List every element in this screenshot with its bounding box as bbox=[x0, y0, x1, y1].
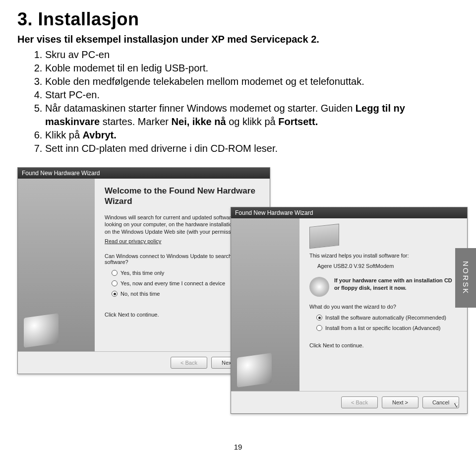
step-item: Sett inn CD-platen med driverne i din CD… bbox=[45, 142, 459, 155]
wizard-heading: Welcome to the Found New Hardware Wizard bbox=[105, 186, 260, 207]
window-title: Found New Hardware Wizard bbox=[231, 207, 467, 218]
step-text: Når datamaskinen starter finner Windows … bbox=[45, 103, 356, 114]
next-button[interactable]: Next > bbox=[382, 396, 418, 408]
step-bold: Nei, ikke nå bbox=[172, 116, 226, 127]
step-bold: Fortsett. bbox=[278, 116, 318, 127]
radio-icon bbox=[316, 315, 322, 321]
hardware-icon bbox=[309, 224, 339, 249]
wizard-sidebar-icon bbox=[237, 353, 272, 388]
cd-hint-row: If your hardware came with an installati… bbox=[309, 277, 457, 297]
section-subheading: Her vises til eksempel installasjon unde… bbox=[17, 34, 459, 45]
step-text: Klikk på bbox=[45, 130, 83, 140]
step-text: Sett inn CD-platen med driverne i din CD… bbox=[45, 143, 278, 154]
radio-icon bbox=[112, 291, 118, 297]
device-name: Agere USB2.0 V.92 SoftModem bbox=[317, 262, 457, 270]
wizard-window-2: Found New Hardware Wizard This wizard he… bbox=[231, 207, 468, 414]
step-item: Koble den medfølgende telekabelen mellom… bbox=[45, 75, 459, 88]
radio-icon bbox=[112, 270, 118, 276]
click-next-hint: Click Next to continue. bbox=[309, 342, 457, 349]
step-text: Start PC-en. bbox=[45, 89, 100, 100]
radio-group: Install the software automatically (Reco… bbox=[316, 313, 457, 333]
wizard-sidebar bbox=[18, 179, 95, 351]
radio-label: No, not this time bbox=[120, 289, 160, 299]
back-button[interactable]: < Back bbox=[341, 396, 378, 408]
section-heading: 3. Installasjon bbox=[17, 9, 459, 30]
step-text: og klikk på bbox=[226, 116, 279, 127]
step-list: Skru av PC-en Koble modemet til en ledig… bbox=[17, 48, 459, 155]
page-number: 19 bbox=[234, 443, 242, 451]
wizard-footer: < Back Next > Cancel bbox=[231, 391, 467, 413]
wizard-sidebar-icon bbox=[24, 313, 59, 348]
language-tab: NORSK bbox=[455, 248, 476, 308]
step-item: Klikk på Avbryt. bbox=[45, 129, 459, 142]
radio-option[interactable]: Install the software automatically (Reco… bbox=[316, 313, 457, 323]
radio-icon bbox=[316, 325, 322, 331]
step-item: Start PC-en. bbox=[45, 88, 459, 102]
cancel-button[interactable]: Cancel bbox=[422, 396, 459, 408]
cd-icon bbox=[309, 277, 329, 297]
step-text: Skru av PC-en bbox=[45, 49, 110, 60]
step-item: Koble modemet til en ledig USB-port. bbox=[45, 62, 459, 75]
step-text: Koble den medfølgende telekabelen mellom… bbox=[45, 76, 364, 87]
radio-option[interactable]: Install from a list or specific location… bbox=[316, 323, 457, 333]
step-bold: Avbryt. bbox=[83, 130, 117, 140]
step-text: Koble modemet til en ledig USB-port. bbox=[45, 63, 208, 73]
step-item: Skru av PC-en bbox=[45, 48, 459, 62]
wizard-question: What do you want the wizard to do? bbox=[309, 304, 457, 310]
step-text: startes. Marker bbox=[100, 116, 171, 127]
screenshot-area: Found New Hardware Wizard Welcome to the… bbox=[17, 167, 459, 425]
cd-hint-text: If your hardware came with an installati… bbox=[334, 277, 457, 292]
wizard-sidebar bbox=[231, 218, 299, 391]
wizard-desc: This wizard helps you install software f… bbox=[309, 252, 457, 260]
radio-label: Install from a list or specific location… bbox=[325, 323, 440, 333]
radio-label: Yes, this time only bbox=[120, 268, 164, 278]
back-button[interactable]: < Back bbox=[171, 357, 207, 369]
radio-label: Yes, now and every time I connect a devi… bbox=[120, 278, 225, 289]
privacy-link[interactable]: Read our privacy policy bbox=[105, 238, 161, 244]
radio-label: Install the software automatically (Reco… bbox=[325, 313, 446, 323]
step-item: Når datamaskinen starter finner Windows … bbox=[45, 102, 459, 129]
wizard-content: This wizard helps you install software f… bbox=[299, 218, 467, 391]
radio-icon bbox=[112, 280, 118, 286]
window-title: Found New Hardware Wizard bbox=[18, 168, 270, 179]
